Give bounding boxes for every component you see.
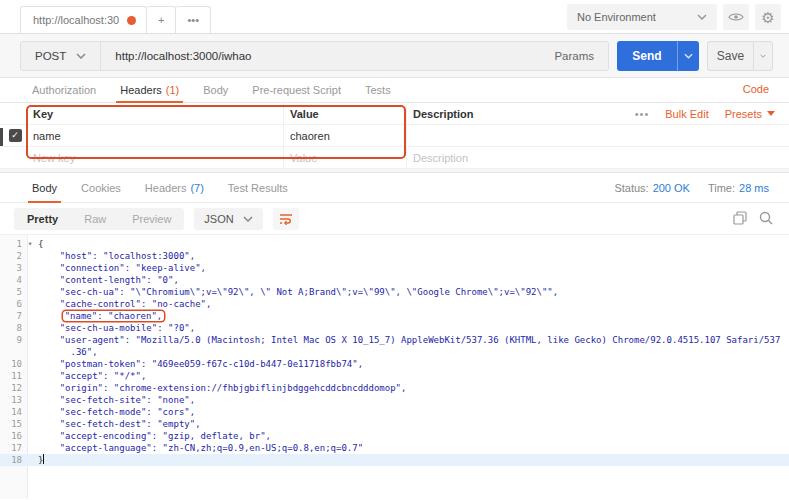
new-key-input[interactable]: New key xyxy=(30,152,283,164)
params-button[interactable]: Params xyxy=(540,50,608,62)
search-response-button[interactable] xyxy=(759,211,773,227)
environment-preview-button[interactable] xyxy=(723,4,749,30)
tab-label: Tests xyxy=(365,84,391,96)
request-tab-headers[interactable]: Headers(1) xyxy=(108,78,191,102)
header-row[interactable]: ✓namechaoren xyxy=(0,125,789,147)
line-number: 3 xyxy=(0,262,22,274)
wrap-text-button[interactable] xyxy=(273,208,299,230)
chevron-down-icon xyxy=(684,53,693,59)
format-selector[interactable]: JSON xyxy=(194,208,262,230)
presets-label: Presets xyxy=(725,108,762,120)
method-label: POST xyxy=(35,50,66,62)
view-mode-raw[interactable]: Raw xyxy=(71,208,119,230)
code-text: "host": "localhost:3000", xyxy=(22,250,195,262)
unsaved-changes-dot-icon xyxy=(127,16,136,25)
response-tab-body[interactable]: Body xyxy=(20,173,69,202)
request-tab-authorization[interactable]: Authorization xyxy=(20,78,108,102)
request-tab-body[interactable]: Body xyxy=(191,78,240,102)
code-line: 6 "cache-control": "no-cache", xyxy=(0,298,789,310)
send-button[interactable]: Send xyxy=(617,41,677,71)
code-line: 13 "sec-fetch-site": "none", xyxy=(0,394,789,406)
new-tab-button[interactable]: + xyxy=(147,6,176,33)
response-tabs: BodyCookiesHeaders(7)Test Results Status… xyxy=(0,173,789,203)
code-text: "connection": "keep-alive", xyxy=(22,262,206,274)
text-cursor xyxy=(43,454,44,464)
line-number: 11 xyxy=(0,370,22,382)
code-line: 9 "user-agent": "Mozilla/5.0 (Macintosh;… xyxy=(0,334,789,346)
headers-table-header-row: Key Value Description ••• Bulk Edit Pres… xyxy=(0,103,789,125)
method-selector[interactable]: POST xyxy=(21,42,100,70)
environment-selector[interactable]: No Environment xyxy=(567,4,717,30)
url-input[interactable]: http://localhost:3000/iwhao xyxy=(101,50,540,62)
view-mode-preview[interactable]: Preview xyxy=(119,208,184,230)
new-description-input[interactable]: Description xyxy=(406,147,789,168)
request-tab-title: http://localhost:3000 xyxy=(33,14,119,26)
code-line: 11 "accept": "*/*", xyxy=(0,370,789,382)
code-link[interactable]: Code xyxy=(743,83,769,95)
tab-label: Cookies xyxy=(81,182,121,194)
code-line: 18} xyxy=(0,454,789,466)
settings-button[interactable]: ⚙ xyxy=(755,4,781,30)
line-number: 15 xyxy=(0,418,22,430)
row-checkbox[interactable]: ✓ xyxy=(9,129,22,142)
code-line: 14 "sec-fetch-mode": "cors", xyxy=(0,406,789,418)
request-tab[interactable]: http://localhost:3000 xyxy=(20,6,147,33)
chevron-down-icon xyxy=(76,53,86,59)
tab-options-button[interactable]: ••• xyxy=(176,6,211,33)
code-line: 16 "accept-encoding": "gzip, deflate, br… xyxy=(0,430,789,442)
response-tab-cookies[interactable]: Cookies xyxy=(69,173,133,202)
save-button[interactable]: Save xyxy=(707,41,753,71)
copy-response-button[interactable] xyxy=(733,211,747,227)
response-body-viewer[interactable]: 1▾{2 "host": "localhost:3000",3 "connect… xyxy=(0,235,789,499)
code-text: "accept-language": "zh-CN,zh;q=0.9,en-US… xyxy=(22,442,363,454)
save-split-button: Save xyxy=(707,41,773,71)
response-toolbar: PrettyRawPreview JSON xyxy=(0,203,789,235)
response-tab-test-results[interactable]: Test Results xyxy=(216,173,300,202)
line-number: 10 xyxy=(0,358,22,370)
tab-count-badge: (1) xyxy=(166,84,179,96)
line-number: 9 xyxy=(0,334,22,346)
gear-icon: ⚙ xyxy=(761,10,774,25)
new-header-placeholder-row[interactable]: New key Value Description xyxy=(0,147,789,169)
more-actions-icon[interactable]: ••• xyxy=(635,108,650,120)
code-line: 12 "origin": "chrome-extension://fhbjgbi… xyxy=(0,382,789,394)
fold-caret-icon[interactable]: ▾ xyxy=(28,239,32,249)
presets-dropdown[interactable]: Presets xyxy=(725,108,775,120)
code-text: "accept": "*/*", xyxy=(22,370,146,382)
save-options-button[interactable] xyxy=(753,41,773,71)
code-text: "content-length": "0", xyxy=(22,274,179,286)
line-number: 8 xyxy=(0,322,22,334)
request-tab-tests[interactable]: Tests xyxy=(353,78,403,102)
code-text: "name": "chaoren", xyxy=(22,310,167,322)
code-text: "accept-encoding": "gzip, deflate, br", xyxy=(22,430,271,442)
line-number: 2 xyxy=(0,250,22,262)
response-body-actions xyxy=(733,211,773,227)
line-number: 12 xyxy=(0,382,22,394)
line-number: 4 xyxy=(0,274,22,286)
header-description-cell[interactable] xyxy=(406,125,789,146)
code-text: "cache-control": "no-cache", xyxy=(22,298,211,310)
new-value-input[interactable]: Value xyxy=(283,147,406,168)
header-key-cell[interactable]: name xyxy=(30,130,283,142)
bulk-edit-link[interactable]: Bulk Edit xyxy=(665,108,708,120)
response-meta: Status: 200 OK Time: 28 ms xyxy=(614,173,769,202)
code-line: 10 "postman-token": "469ee059-f67c-c10d-… xyxy=(0,358,789,370)
code-text: "user-agent": "Mozilla/5.0 (Macintosh; I… xyxy=(22,334,780,346)
request-tab-pre-request-script[interactable]: Pre-request Script xyxy=(240,78,353,102)
code-text: "sec-ch-ua": "\"Chromium\";v=\"92\", \" … xyxy=(22,286,558,298)
chevron-down-icon xyxy=(243,216,253,222)
response-tab-headers[interactable]: Headers(7) xyxy=(133,173,216,202)
search-icon xyxy=(759,211,773,225)
code-line: 1▾{ xyxy=(0,238,789,250)
line-number: 16 xyxy=(0,430,22,442)
view-mode-pretty[interactable]: Pretty xyxy=(14,208,71,230)
code-text: "sec-fetch-site": "none", xyxy=(22,394,195,406)
environment-label: No Environment xyxy=(577,11,697,23)
description-column-label: Description xyxy=(413,108,474,120)
header-value-cell[interactable]: chaoren xyxy=(283,125,406,146)
row-drag-handle[interactable] xyxy=(0,128,3,146)
send-options-button[interactable] xyxy=(677,41,699,71)
url-builder: POST http://localhost:3000/iwhao Params xyxy=(20,41,609,71)
code-text: "sec-ch-ua-mobile": "?0", xyxy=(22,322,195,334)
line-number: 6 xyxy=(0,298,22,310)
